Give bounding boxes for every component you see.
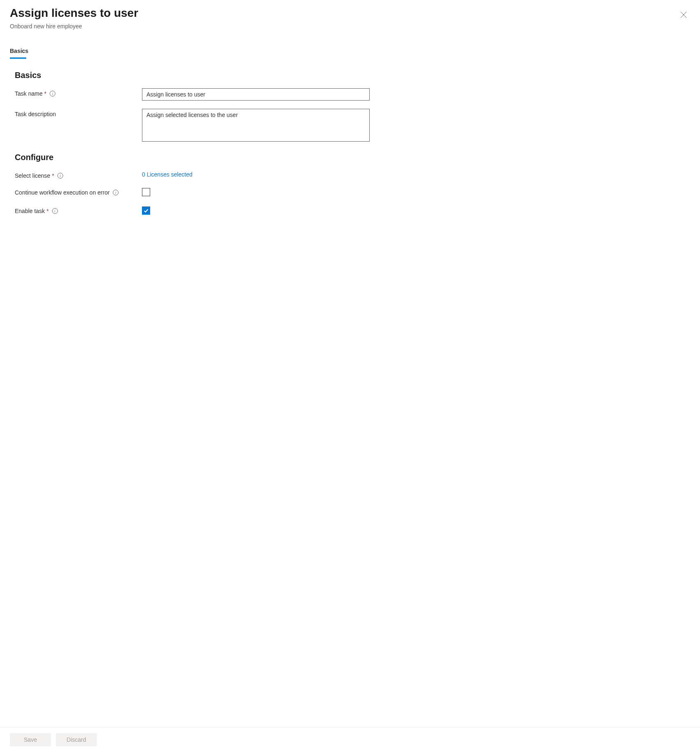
section-heading-basics: Basics bbox=[15, 71, 685, 80]
label-task-description: Task description bbox=[15, 109, 142, 117]
info-icon[interactable]: i bbox=[57, 173, 63, 179]
continue-on-error-checkbox[interactable] bbox=[142, 188, 150, 196]
footer: Save Discard bbox=[0, 727, 700, 752]
row-task-description: Task description Assign selected license… bbox=[15, 109, 685, 143]
info-icon[interactable]: i bbox=[113, 190, 119, 195]
assign-licenses-panel: Assign licenses to user Onboard new hire… bbox=[0, 0, 700, 752]
section-heading-configure: Configure bbox=[15, 153, 685, 162]
control-select-license: 0 Licenses selected bbox=[142, 170, 370, 178]
close-icon bbox=[680, 11, 687, 18]
control-continue-on-error bbox=[142, 187, 370, 197]
enable-task-checkbox[interactable] bbox=[142, 206, 150, 215]
licenses-selected-link[interactable]: 0 Licenses selected bbox=[142, 170, 192, 178]
panel-header: Assign licenses to user Onboard new hire… bbox=[0, 0, 700, 32]
panel-title: Assign licenses to user bbox=[10, 6, 690, 21]
tabs: Basics bbox=[0, 44, 700, 58]
label-task-name: Task name * i bbox=[15, 88, 142, 97]
label-enable-task: Enable task * i bbox=[15, 206, 142, 214]
control-task-name bbox=[142, 88, 370, 101]
label-continue-on-error: Continue workflow execution on error i bbox=[15, 187, 142, 196]
tab-basics[interactable]: Basics bbox=[10, 44, 28, 58]
close-button[interactable] bbox=[677, 8, 690, 21]
checkmark-icon bbox=[143, 208, 149, 213]
required-indicator: * bbox=[44, 90, 46, 97]
required-indicator: * bbox=[46, 208, 48, 214]
task-description-input[interactable]: Assign selected licenses to the user bbox=[142, 109, 370, 142]
row-select-license: Select license * i 0 Licenses selected bbox=[15, 170, 685, 179]
task-name-input[interactable] bbox=[142, 88, 370, 101]
discard-button[interactable]: Discard bbox=[56, 733, 97, 746]
row-enable-task: Enable task * i bbox=[15, 206, 685, 215]
row-continue-on-error: Continue workflow execution on error i bbox=[15, 187, 685, 197]
label-select-license: Select license * i bbox=[15, 170, 142, 179]
required-indicator: * bbox=[52, 172, 54, 179]
row-task-name: Task name * i bbox=[15, 88, 685, 101]
control-enable-task bbox=[142, 206, 370, 215]
content-area: Basics Task name * i Task description As… bbox=[0, 58, 700, 727]
control-task-description: Assign selected licenses to the user bbox=[142, 109, 370, 143]
info-icon[interactable]: i bbox=[50, 91, 55, 96]
info-icon[interactable]: i bbox=[52, 208, 58, 214]
panel-subtitle: Onboard new hire employee bbox=[10, 23, 690, 30]
save-button[interactable]: Save bbox=[10, 733, 51, 746]
